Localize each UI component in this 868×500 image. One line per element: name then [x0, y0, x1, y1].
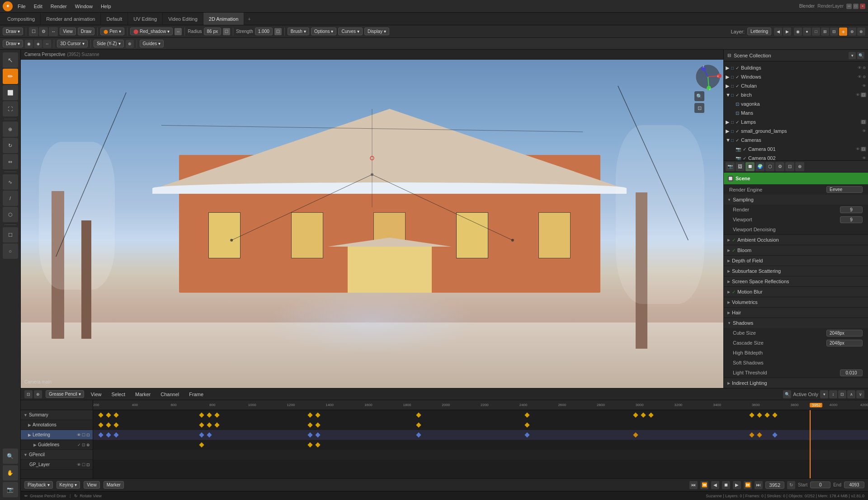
prop-icon-object[interactable]: ⬡ — [765, 162, 774, 171]
fill-tool-icon[interactable]: ⛶ — [3, 101, 18, 117]
keying-btn[interactable]: Keying ▾ — [57, 481, 80, 489]
prop-icon-render[interactable]: 🖼 — [736, 162, 745, 171]
jump-end-btn[interactable]: ⏭ — [755, 481, 763, 489]
curves-btn[interactable]: Curves ▾ — [338, 28, 363, 35]
menu-edit[interactable]: Edit — [31, 3, 46, 10]
tl-view[interactable]: View — [88, 391, 105, 398]
tl-frame[interactable]: Frame — [186, 391, 207, 398]
collection-cam001[interactable]: 📷 ✓ Camera 001 👁 ⊡ — [724, 145, 868, 154]
start-frame-input[interactable]: 0 — [810, 481, 830, 488]
camera-view-icon[interactable]: 📷 — [3, 482, 18, 497]
mb-header[interactable]: ▶ ✓ Motion Blur — [724, 287, 868, 297]
menu-render[interactable]: Render — [47, 3, 70, 10]
display-btn[interactable]: Display ▾ — [364, 28, 389, 35]
tab-uv-editing[interactable]: UV Editing — [128, 13, 163, 25]
ao-header[interactable]: ▶ ✓ Ambient Occlusion — [724, 235, 868, 245]
layer-name-btn[interactable]: Lettering — [747, 28, 771, 35]
zoom-fit-nav[interactable]: ⊡ — [694, 103, 704, 113]
sss-header[interactable]: ▶ Subsurface Scattering — [724, 266, 868, 276]
toolbar-icon-2[interactable]: ⚙ — [39, 27, 48, 36]
viewport-icon-4[interactable]: ⊕ — [848, 28, 856, 36]
circle-select-icon[interactable]: ○ — [3, 243, 18, 259]
current-frame-num[interactable]: 3952 — [765, 481, 784, 489]
tl-lock-icon-gpl[interactable]: ☐ — [82, 463, 85, 467]
dof-header[interactable]: ▶ Depth of Field — [724, 256, 868, 266]
sec-icon-2[interactable]: ◈ — [34, 40, 42, 48]
col-vis-icon-bi[interactable]: 👁 — [856, 93, 860, 97]
cursor-tool-icon[interactable]: ↖ — [3, 52, 18, 68]
prop-icon-particles[interactable]: ⊡ — [785, 162, 794, 171]
draw-tool-icon[interactable]: ✏ — [3, 69, 18, 84]
menu-file[interactable]: File — [14, 3, 29, 10]
collection-lamps[interactable]: ▶ □ ✓ Lamps ⊡ — [724, 117, 868, 126]
pen-tool-btn[interactable]: ⬤ Pen ▾ — [100, 28, 124, 35]
tl-extra-icon-gpl[interactable]: ⊡ — [86, 463, 90, 467]
step-forward-btn[interactable]: ⏩ — [744, 481, 752, 489]
timeline-icon-1[interactable]: ⊡ — [24, 390, 33, 398]
playback-btn[interactable]: Playback ▾ — [24, 481, 53, 489]
tl-sort-icon[interactable]: ↕ — [829, 390, 837, 398]
tab-compositing[interactable]: Compositing — [2, 13, 41, 25]
window-maximize[interactable]: □ — [853, 4, 859, 9]
track-summary[interactable]: ▼ Summary — [21, 410, 93, 420]
track-guidelines[interactable]: ▶ Guidelines ✓ ⊡ ⊕ — [21, 440, 93, 450]
tl-vis-icon-gpl[interactable]: 👁 — [77, 463, 81, 467]
polygon-tool-icon[interactable]: ⬡ — [3, 207, 18, 222]
viewport-render-icon[interactable]: ◈ — [839, 28, 847, 36]
viewport-samples-value[interactable]: 9 — [840, 216, 863, 223]
light-threshold-value[interactable]: 0.010 — [840, 369, 863, 376]
tl-marker[interactable]: Marker — [132, 391, 154, 398]
collection-cam002[interactable]: 📷 ✓ Camera 002 👁 — [724, 154, 868, 161]
brush-color-btn[interactable]: ⬤ Red_shadow ▾ — [130, 28, 173, 35]
outliner-search[interactable]: 🔍 — [857, 52, 864, 59]
prop-icon-modifier[interactable]: ⚙ — [775, 162, 784, 171]
erase-tool-icon[interactable]: ⬜ — [3, 85, 18, 100]
viewport-icon-3[interactable]: ⊟ — [830, 28, 838, 36]
cascade-size-dropdown[interactable]: 2048px — [826, 340, 863, 346]
play-btn[interactable]: ▶ — [733, 481, 741, 489]
play-reverse-btn[interactable]: ◀ — [711, 481, 719, 489]
frame-refresh-icon[interactable]: ↻ — [787, 481, 795, 489]
radius-value-btn[interactable]: 86 px — [204, 28, 221, 35]
stop-btn[interactable]: ⏹ — [722, 481, 730, 489]
prop-icon-camera[interactable]: 📷 — [726, 162, 735, 171]
sec-icon-3[interactable]: ↔ — [43, 40, 51, 48]
options-btn[interactable]: Options ▾ — [311, 28, 336, 35]
col-sel-icon-b[interactable]: ⊕ — [863, 65, 866, 70]
tab-render-animation[interactable]: Render and animation — [41, 13, 101, 25]
tl-vis-icon-g[interactable]: ✓ — [77, 443, 81, 447]
lock-icon[interactable]: ⊕ — [126, 40, 134, 48]
tl-extra-icon-g[interactable]: ⊕ — [86, 443, 90, 447]
hair-header[interactable]: ▶ Hair — [724, 308, 868, 318]
brush-btn[interactable]: Brush ▾ — [288, 28, 309, 35]
move-tool-icon[interactable]: ⊕ — [3, 121, 18, 137]
color-picker-btn[interactable]: ↔ — [175, 28, 182, 35]
strength-toggle[interactable]: ☐ — [274, 28, 282, 35]
col-vis-icon-c002[interactable]: 👁 — [862, 156, 866, 160]
col-sel-icon-w[interactable]: ⊕ — [863, 75, 866, 79]
viewport-icon-2[interactable]: ⊞ — [821, 28, 829, 36]
timeline-icon-2[interactable]: ⊕ — [34, 390, 42, 398]
sampling-header[interactable]: ▼ Sampling — [724, 195, 868, 205]
step-back-btn[interactable]: ⏪ — [700, 481, 708, 489]
tl-select[interactable]: Select — [108, 391, 128, 398]
collection-birch[interactable]: ▼ □ ✓ birch 👁 ⊡ — [724, 90, 868, 99]
tab-video-editing[interactable]: Video Editing — [163, 13, 203, 25]
collection-cameras[interactable]: ▼ □ ✓ Cameras — [724, 136, 868, 145]
tl-lock-icon-l[interactable]: ☐ — [82, 433, 85, 437]
overlay-icon[interactable]: ◉ — [794, 28, 802, 36]
outliner-filter[interactable]: ▾ — [849, 52, 856, 59]
gp-dropdown[interactable]: Grease Pencil ▾ — [46, 390, 84, 398]
draw-mode-btn[interactable]: Draw ▾ — [3, 40, 23, 47]
track-gp-layer[interactable]: GP_Layer 👁 ☐ ⊡ — [21, 460, 93, 470]
col-vis-icon-b[interactable]: 👁 — [858, 65, 862, 70]
col-vis-icon-sl[interactable]: 👁 — [862, 129, 866, 133]
menu-help[interactable]: Help — [98, 3, 114, 10]
collection-buildings[interactable]: ▶ □ ✓ Buildings 👁 ⊕ — [724, 63, 868, 72]
cursor-btn[interactable]: 3D Cursor ▾ — [57, 40, 88, 47]
collection-vagonka[interactable]: ⊡ vagonka — [724, 99, 868, 108]
layer-prev[interactable]: ◀ — [774, 28, 782, 36]
ssr-header[interactable]: ▶ Screen Space Reflections — [724, 276, 868, 286]
cube-size-dropdown[interactable]: 2048px — [826, 330, 863, 336]
jump-start-btn[interactable]: ⏮ — [689, 481, 698, 489]
